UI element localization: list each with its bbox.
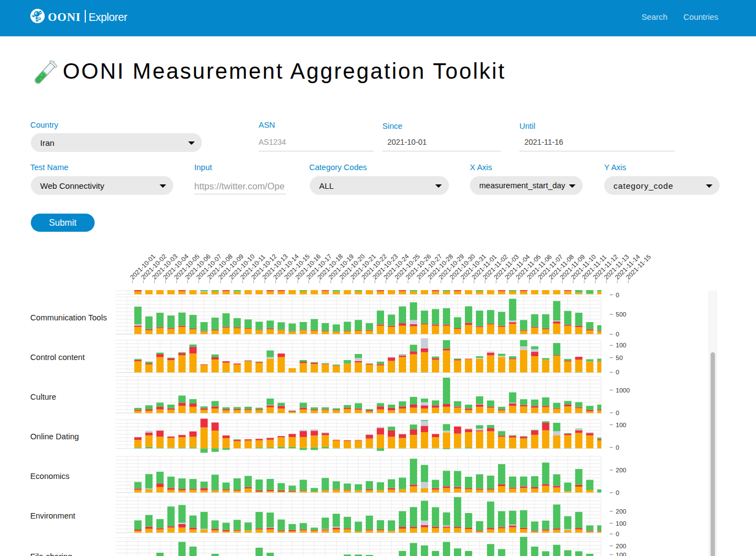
svg-text:100: 100 [616, 552, 626, 556]
svg-text:200: 200 [616, 467, 626, 473]
svg-text:Economics: Economics [30, 472, 69, 481]
svg-text:File-sharing: File-sharing [30, 552, 72, 556]
svg-text:0: 0 [616, 292, 619, 298]
svg-text:0: 0 [616, 489, 619, 496]
svg-text:200: 200 [616, 508, 626, 515]
svg-text:100: 100 [616, 520, 626, 527]
svg-text:200: 200 [616, 543, 626, 549]
svg-text:0: 0 [616, 331, 619, 337]
svg-text:0: 0 [616, 369, 619, 375]
svg-text:500: 500 [616, 311, 626, 318]
svg-text:50: 50 [616, 355, 623, 361]
svg-text:Culture: Culture [30, 393, 56, 401]
svg-text:1000: 1000 [616, 387, 630, 394]
svg-text:100: 100 [616, 422, 626, 428]
svg-text:Control content: Control content [30, 353, 85, 362]
svg-text:100: 100 [616, 342, 626, 348]
svg-text:Communication Tools: Communication Tools [30, 313, 107, 322]
svg-text:0: 0 [616, 410, 619, 416]
svg-text:Online Dating: Online Dating [30, 432, 79, 441]
svg-text:0: 0 [616, 444, 619, 451]
svg-text:Environment: Environment [30, 511, 75, 520]
svg-text:0: 0 [616, 531, 619, 537]
